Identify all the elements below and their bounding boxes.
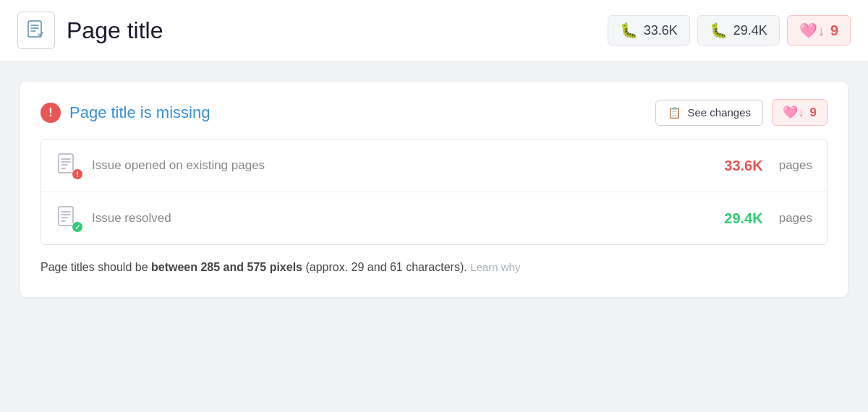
issues-table: ! Issue opened on existing pages 33.6K p… <box>41 139 827 245</box>
page-icon <box>17 12 55 49</box>
issue-opened-count: 33.6K <box>712 158 763 174</box>
svg-rect-2 <box>59 207 73 226</box>
page-title: Page title <box>67 17 596 44</box>
description-prefix: Page titles should be <box>41 261 151 273</box>
bug-green-icon: 🐛 <box>710 22 728 39</box>
stat-resolved-value: 29.4K <box>733 23 767 38</box>
card-header: ! Page title is missing 📋 See changes 🩷↓… <box>41 99 827 126</box>
issue-row-resolved: ✓ Issue resolved 29.4K pages <box>41 192 827 244</box>
heart-down-icon: 🩷↓ <box>799 22 825 39</box>
see-changes-button[interactable]: 📋 See changes <box>655 100 763 126</box>
issue-opened-badge: ! <box>72 168 83 180</box>
stat-opened-badge[interactable]: 🐛 33.6K <box>608 15 690 46</box>
card-trend-badge[interactable]: 🩷↓ 9 <box>772 99 827 126</box>
stat-resolved-badge[interactable]: 🐛 29.4K <box>697 15 780 46</box>
issue-resolved-label: Issue resolved <box>92 211 702 226</box>
issue-resolved-badge: ✓ <box>72 221 83 233</box>
card-trend-value: 9 <box>810 106 817 120</box>
issue-opened-unit: pages <box>779 158 812 173</box>
issue-row-opened: ! Issue opened on existing pages 33.6K p… <box>41 140 827 192</box>
learn-why-link[interactable]: Learn why <box>470 261 520 273</box>
description: Page titles should be between 285 and 57… <box>41 258 827 277</box>
clipboard-icon: 📋 <box>668 106 681 119</box>
issue-resolved-icon-wrap: ✓ <box>56 205 82 231</box>
main-content: ! Page title is missing 📋 See changes 🩷↓… <box>0 61 868 412</box>
card-actions: 📋 See changes 🩷↓ 9 <box>655 99 827 126</box>
card-title: Page title is missing <box>69 103 210 122</box>
header-trend-badge[interactable]: 🩷↓ 9 <box>787 15 851 46</box>
see-changes-label: See changes <box>687 106 751 119</box>
header: Page title 🐛 33.6K 🐛 29.4K 🩷↓ 9 <box>0 0 868 61</box>
stat-opened-value: 33.6K <box>644 23 678 38</box>
issue-resolved-count: 29.4K <box>712 210 763 227</box>
description-suffix: (approx. 29 and 61 characters). <box>302 261 467 273</box>
svg-rect-1 <box>59 154 73 173</box>
issue-opened-icon-wrap: ! <box>56 153 82 179</box>
header-stats: 🐛 33.6K 🐛 29.4K 🩷↓ 9 <box>608 15 851 46</box>
alert-icon: ! <box>41 103 61 123</box>
card-heart-down-icon: 🩷↓ <box>783 105 804 120</box>
card-title-area: ! Page title is missing <box>41 103 210 123</box>
header-trend-value: 9 <box>830 22 838 39</box>
bug-red-icon: 🐛 <box>620 22 638 39</box>
issue-resolved-unit: pages <box>779 211 812 226</box>
issue-opened-label: Issue opened on existing pages <box>92 158 702 173</box>
issue-card: ! Page title is missing 📋 See changes 🩷↓… <box>20 82 848 297</box>
description-bold: between 285 and 575 pixels <box>151 261 302 273</box>
